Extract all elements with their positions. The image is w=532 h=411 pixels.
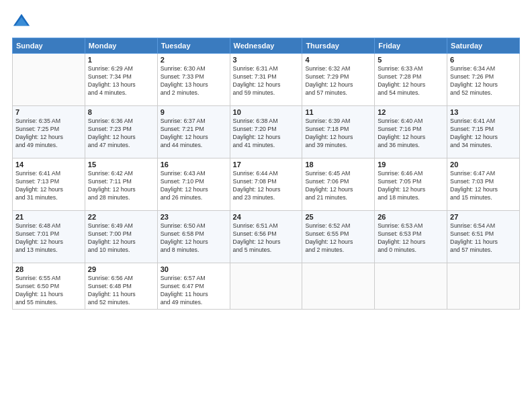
day-info: Sunrise: 6:54 AMSunset: 6:51 PMDaylight:…	[450, 222, 517, 255]
calendar-day-cell: 24Sunrise: 6:51 AMSunset: 6:56 PMDayligh…	[230, 211, 302, 263]
weekday-header-cell: Saturday	[447, 38, 520, 54]
day-info: Sunrise: 6:43 AMSunset: 7:10 PMDaylight:…	[161, 170, 227, 202]
calendar-day-cell: 1Sunrise: 6:29 AMSunset: 7:34 PMDaylight…	[85, 54, 157, 106]
day-info: Sunrise: 6:37 AMSunset: 7:21 PMDaylight:…	[161, 118, 227, 150]
day-info: Sunrise: 6:40 AMSunset: 7:16 PMDaylight:…	[378, 118, 444, 150]
day-info: Sunrise: 6:46 AMSunset: 7:05 PMDaylight:…	[378, 170, 444, 202]
day-number: 15	[88, 161, 154, 169]
calendar-day-cell: 4Sunrise: 6:32 AMSunset: 7:29 PMDaylight…	[302, 54, 375, 106]
day-number: 30	[161, 265, 227, 273]
calendar-day-cell	[302, 263, 375, 310]
day-info: Sunrise: 6:56 AMSunset: 6:48 PMDaylight:…	[88, 275, 154, 307]
day-number: 27	[450, 213, 517, 221]
logo	[12, 12, 34, 31]
day-info: Sunrise: 6:52 AMSunset: 6:55 PMDaylight:…	[305, 222, 371, 255]
day-number: 9	[161, 108, 227, 116]
day-number: 22	[88, 213, 154, 221]
calendar-day-cell: 30Sunrise: 6:57 AMSunset: 6:47 PMDayligh…	[157, 263, 230, 310]
calendar-day-cell: 29Sunrise: 6:56 AMSunset: 6:48 PMDayligh…	[85, 263, 157, 310]
day-number: 20	[450, 161, 517, 169]
calendar-day-cell: 11Sunrise: 6:39 AMSunset: 7:18 PMDayligh…	[302, 106, 375, 158]
day-info: Sunrise: 6:29 AMSunset: 7:34 PMDaylight:…	[88, 65, 154, 97]
calendar-day-cell: 14Sunrise: 6:41 AMSunset: 7:13 PMDayligh…	[13, 158, 85, 211]
day-number: 6	[450, 56, 517, 64]
calendar-day-cell	[375, 263, 447, 310]
weekday-header-cell: Monday	[85, 38, 157, 54]
day-info: Sunrise: 6:39 AMSunset: 7:18 PMDaylight:…	[305, 118, 371, 150]
day-info: Sunrise: 6:53 AMSunset: 6:53 PMDaylight:…	[378, 222, 444, 255]
calendar-table: SundayMondayTuesdayWednesdayThursdayFrid…	[12, 38, 520, 310]
calendar-day-cell: 19Sunrise: 6:46 AMSunset: 7:05 PMDayligh…	[375, 158, 447, 211]
day-info: Sunrise: 6:49 AMSunset: 7:00 PMDaylight:…	[88, 222, 154, 255]
day-number: 13	[450, 108, 517, 116]
calendar-day-cell: 21Sunrise: 6:48 AMSunset: 7:01 PMDayligh…	[13, 211, 85, 263]
calendar-day-cell: 26Sunrise: 6:53 AMSunset: 6:53 PMDayligh…	[375, 211, 447, 263]
weekday-header-cell: Tuesday	[157, 38, 230, 54]
calendar-day-cell: 2Sunrise: 6:30 AMSunset: 7:33 PMDaylight…	[157, 54, 230, 106]
day-number: 25	[305, 213, 371, 221]
day-number: 11	[305, 108, 371, 116]
header	[12, 12, 520, 31]
day-info: Sunrise: 6:45 AMSunset: 7:06 PMDaylight:…	[305, 170, 371, 202]
day-info: Sunrise: 6:33 AMSunset: 7:28 PMDaylight:…	[378, 65, 444, 97]
calendar-day-cell: 15Sunrise: 6:42 AMSunset: 7:11 PMDayligh…	[85, 158, 157, 211]
day-number: 1	[88, 56, 154, 64]
calendar-day-cell	[13, 54, 85, 106]
calendar-week-row: 1Sunrise: 6:29 AMSunset: 7:34 PMDaylight…	[13, 54, 520, 106]
calendar-day-cell: 12Sunrise: 6:40 AMSunset: 7:16 PMDayligh…	[375, 106, 447, 158]
calendar-day-cell	[447, 263, 520, 310]
day-number: 23	[161, 213, 227, 221]
calendar-week-row: 14Sunrise: 6:41 AMSunset: 7:13 PMDayligh…	[13, 158, 520, 211]
weekday-header-cell: Friday	[375, 38, 447, 54]
day-info: Sunrise: 6:48 AMSunset: 7:01 PMDaylight:…	[15, 222, 82, 255]
weekday-header-cell: Wednesday	[230, 38, 302, 54]
day-number: 24	[233, 213, 300, 221]
calendar-day-cell: 6Sunrise: 6:34 AMSunset: 7:26 PMDaylight…	[447, 54, 520, 106]
day-info: Sunrise: 6:44 AMSunset: 7:08 PMDaylight:…	[233, 170, 300, 202]
day-info: Sunrise: 6:47 AMSunset: 7:03 PMDaylight:…	[450, 170, 517, 202]
day-info: Sunrise: 6:30 AMSunset: 7:33 PMDaylight:…	[161, 65, 227, 97]
day-number: 19	[378, 161, 444, 169]
day-number: 29	[88, 265, 154, 273]
calendar-day-cell: 18Sunrise: 6:45 AMSunset: 7:06 PMDayligh…	[302, 158, 375, 211]
day-info: Sunrise: 6:32 AMSunset: 7:29 PMDaylight:…	[305, 65, 371, 97]
day-number: 3	[233, 56, 300, 64]
calendar-day-cell: 9Sunrise: 6:37 AMSunset: 7:21 PMDaylight…	[157, 106, 230, 158]
calendar-week-row: 7Sunrise: 6:35 AMSunset: 7:25 PMDaylight…	[13, 106, 520, 158]
day-number: 7	[15, 108, 82, 116]
calendar-day-cell: 7Sunrise: 6:35 AMSunset: 7:25 PMDaylight…	[13, 106, 85, 158]
day-info: Sunrise: 6:41 AMSunset: 7:15 PMDaylight:…	[450, 118, 517, 150]
day-number: 28	[15, 265, 82, 273]
calendar-day-cell: 8Sunrise: 6:36 AMSunset: 7:23 PMDaylight…	[85, 106, 157, 158]
calendar-day-cell: 22Sunrise: 6:49 AMSunset: 7:00 PMDayligh…	[85, 211, 157, 263]
day-number: 10	[233, 108, 300, 116]
day-number: 12	[378, 108, 444, 116]
weekday-header-cell: Thursday	[302, 38, 375, 54]
day-info: Sunrise: 6:38 AMSunset: 7:20 PMDaylight:…	[233, 118, 300, 150]
day-info: Sunrise: 6:36 AMSunset: 7:23 PMDaylight:…	[88, 118, 154, 150]
calendar-day-cell: 23Sunrise: 6:50 AMSunset: 6:58 PMDayligh…	[157, 211, 230, 263]
day-number: 8	[88, 108, 154, 116]
day-number: 26	[378, 213, 444, 221]
calendar-day-cell: 3Sunrise: 6:31 AMSunset: 7:31 PMDaylight…	[230, 54, 302, 106]
day-info: Sunrise: 6:51 AMSunset: 6:56 PMDaylight:…	[233, 222, 300, 255]
calendar-day-cell: 16Sunrise: 6:43 AMSunset: 7:10 PMDayligh…	[157, 158, 230, 211]
calendar-body: 1Sunrise: 6:29 AMSunset: 7:34 PMDaylight…	[13, 54, 520, 310]
day-number: 2	[161, 56, 227, 64]
day-number: 14	[15, 161, 82, 169]
page: SundayMondayTuesdayWednesdayThursdayFrid…	[0, 0, 532, 411]
day-number: 16	[161, 161, 227, 169]
calendar-day-cell: 28Sunrise: 6:55 AMSunset: 6:50 PMDayligh…	[13, 263, 85, 310]
logo-icon	[12, 12, 31, 31]
calendar-week-row: 28Sunrise: 6:55 AMSunset: 6:50 PMDayligh…	[13, 263, 520, 310]
day-info: Sunrise: 6:57 AMSunset: 6:47 PMDaylight:…	[161, 275, 227, 307]
day-info: Sunrise: 6:55 AMSunset: 6:50 PMDaylight:…	[15, 275, 82, 307]
calendar-day-cell: 17Sunrise: 6:44 AMSunset: 7:08 PMDayligh…	[230, 158, 302, 211]
weekday-header-row: SundayMondayTuesdayWednesdayThursdayFrid…	[13, 38, 520, 54]
calendar-day-cell: 27Sunrise: 6:54 AMSunset: 6:51 PMDayligh…	[447, 211, 520, 263]
calendar-week-row: 21Sunrise: 6:48 AMSunset: 7:01 PMDayligh…	[13, 211, 520, 263]
day-number: 21	[15, 213, 82, 221]
day-info: Sunrise: 6:34 AMSunset: 7:26 PMDaylight:…	[450, 65, 517, 97]
calendar-day-cell: 25Sunrise: 6:52 AMSunset: 6:55 PMDayligh…	[302, 211, 375, 263]
day-number: 17	[233, 161, 300, 169]
